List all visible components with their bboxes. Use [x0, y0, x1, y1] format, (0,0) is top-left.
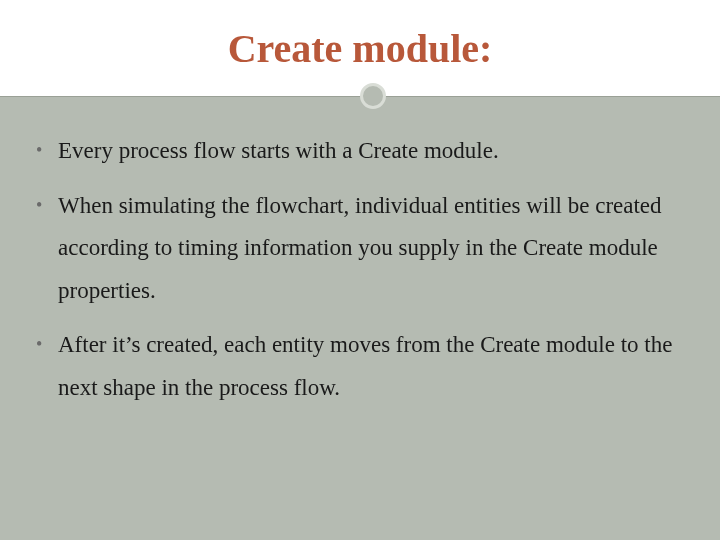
- ring-icon: [360, 83, 386, 109]
- slide-title: Create module:: [228, 25, 493, 72]
- bullet-list: Every process flow starts with a Create …: [30, 130, 690, 409]
- list-item: When simulating the flowchart, individua…: [30, 185, 690, 313]
- slide-content: Every process flow starts with a Create …: [0, 96, 720, 441]
- list-item: Every process flow starts with a Create …: [30, 130, 690, 173]
- slide-header: Create module:: [0, 0, 720, 96]
- slide: Create module: Every process flow starts…: [0, 0, 720, 540]
- list-item: After it’s created, each entity moves fr…: [30, 324, 690, 409]
